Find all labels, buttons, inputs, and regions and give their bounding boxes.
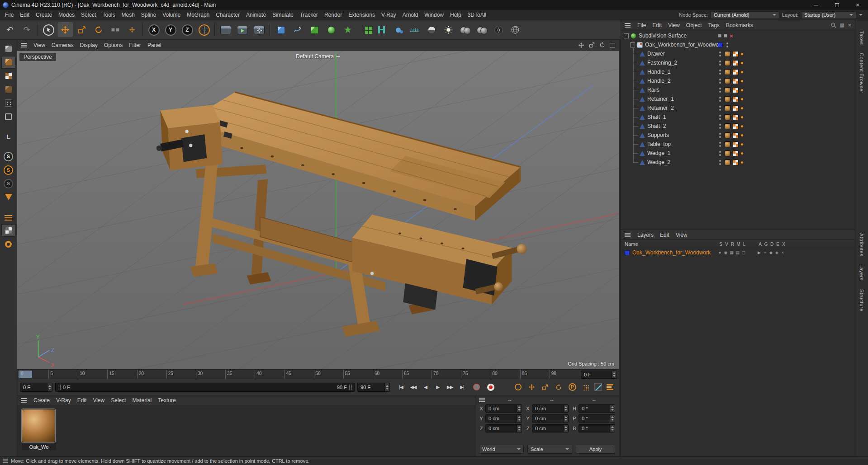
uvw-tag-icon[interactable] [733, 150, 739, 156]
menu-item[interactable]: Spline [138, 12, 159, 18]
paint-tool-button[interactable] [1, 191, 16, 203]
stepper-icon[interactable] [384, 383, 389, 391]
tree-row-object[interactable]: Retainer_2 [621, 103, 855, 113]
tree-row-object[interactable]: Handle_1 [621, 67, 855, 76]
transport-button[interactable]: ◀ [420, 382, 431, 392]
uvw-tag-icon[interactable] [733, 87, 739, 93]
visibility-toggle[interactable] [718, 34, 721, 38]
texture-mode-button[interactable] [1, 70, 16, 82]
menu-item[interactable]: Window [421, 12, 447, 18]
material-tag-icon[interactable] [725, 96, 730, 102]
stepper-icon[interactable] [610, 415, 615, 422]
expander-icon[interactable] [624, 33, 629, 38]
deformers-toggle[interactable]: ◆ [768, 250, 774, 255]
phong-tag-icon[interactable] [741, 125, 743, 127]
layers-menu-item[interactable]: View [673, 232, 691, 238]
object-manager-menu-item[interactable]: Edit [649, 22, 665, 28]
visibility-dots[interactable] [718, 88, 722, 93]
asset-browser-button[interactable] [474, 22, 490, 38]
phong-tag-icon[interactable] [741, 53, 743, 55]
menu-item[interactable]: Tracker [297, 12, 321, 18]
keyframe-pencil-icon[interactable] [594, 383, 602, 391]
visibility-dots[interactable] [718, 79, 722, 84]
expander-icon[interactable] [630, 42, 635, 47]
snap-mode-button[interactable]: S [1, 164, 16, 176]
menu-item[interactable]: Select [78, 12, 99, 18]
phong-tag-icon[interactable] [741, 80, 743, 82]
tree-row-object[interactable]: Drawer [621, 49, 855, 58]
uvw-tag-icon[interactable] [733, 78, 739, 84]
material-menu-item[interactable]: Edit [74, 397, 90, 404]
last-tool-button[interactable] [124, 22, 140, 38]
node-space-select[interactable]: Current (Arnold) [711, 11, 779, 19]
position-z-field[interactable]: 0 cm [485, 424, 522, 432]
zoom-view-icon[interactable] [589, 42, 595, 48]
redo-button[interactable]: ↷ [19, 22, 35, 38]
phong-tag-icon[interactable] [741, 152, 743, 155]
material-tag-icon[interactable] [725, 51, 730, 57]
expressions-toggle[interactable]: ◈ [774, 250, 780, 255]
record-position-button[interactable] [526, 382, 537, 393]
stepper-icon[interactable] [517, 405, 522, 412]
visibility-dots[interactable] [718, 151, 722, 156]
stepper-icon[interactable] [563, 405, 568, 412]
x-axis-lock-button[interactable]: X [146, 22, 162, 38]
material-tag-icon[interactable] [725, 78, 730, 84]
viewport-menu-item[interactable]: Options [101, 42, 126, 48]
menu-item[interactable]: Render [321, 12, 345, 18]
viewport-menu-item[interactable]: Cameras [48, 42, 77, 48]
size-z-field[interactable]: 0 cm [532, 424, 569, 432]
layout-select[interactable]: Startup (User) [801, 11, 856, 19]
material-menu-item[interactable]: View [90, 397, 108, 404]
uvw-tag-icon[interactable] [733, 60, 739, 66]
position-y-field[interactable]: 0 cm [485, 414, 522, 423]
menu-item[interactable]: Animate [243, 12, 269, 18]
visibility-dots[interactable] [725, 42, 730, 47]
transport-button[interactable]: ▶| [456, 382, 468, 392]
side-tab[interactable]: Layers [859, 260, 864, 285]
uvw-tag-icon[interactable] [733, 96, 739, 102]
undo-button[interactable]: ↶ [2, 22, 18, 38]
record-scene-button[interactable] [470, 382, 482, 393]
viewport-menu-item[interactable]: Display [76, 42, 100, 48]
menu-item[interactable]: Character [213, 12, 243, 18]
material-thumbnail[interactable] [22, 409, 55, 442]
phong-tag-icon[interactable] [741, 161, 743, 164]
pan-view-icon[interactable] [578, 42, 584, 48]
stepper-icon[interactable] [612, 371, 617, 378]
phong-tag-icon[interactable] [741, 116, 743, 118]
tree-row-object[interactable]: Retainer_1 [621, 94, 855, 103]
tree-row-workbench[interactable]: Oak_Workbench_for_Woodwork [621, 40, 855, 49]
material-menu-item[interactable]: Select [108, 397, 129, 404]
viewport-menu-item[interactable]: Panel [144, 42, 165, 48]
rotation-b-field[interactable]: 0 ° [579, 424, 615, 432]
subdivision-surface-button[interactable] [306, 22, 323, 38]
uvw-tag-icon[interactable] [733, 51, 739, 57]
menu-item[interactable]: Arnold [399, 12, 422, 18]
menu-item[interactable]: Mesh [118, 12, 138, 18]
stepper-icon[interactable] [517, 415, 522, 422]
phong-tag-icon[interactable] [741, 134, 743, 136]
close-button[interactable]: × [847, 0, 868, 10]
autokey-button[interactable] [512, 382, 524, 393]
visibility-dots[interactable] [718, 97, 722, 102]
menu-item[interactable]: V-Ray [378, 12, 399, 18]
transport-button[interactable]: ◀◀ [408, 382, 419, 392]
deformer-button[interactable] [373, 22, 389, 38]
xref-toggle[interactable]: × [780, 250, 786, 255]
mograph-button[interactable] [340, 22, 356, 38]
menu-item[interactable]: Extensions [345, 12, 378, 18]
points-mode-button[interactable] [1, 97, 16, 109]
light-button[interactable] [440, 22, 456, 38]
material-tag-icon[interactable] [725, 87, 730, 93]
record-pla-button[interactable] [580, 382, 592, 393]
position-x-field[interactable]: 0 cm [485, 404, 522, 413]
snap-settings-button[interactable]: S [1, 177, 16, 190]
visibility-dots[interactable] [718, 61, 722, 66]
model-mode-button[interactable] [1, 56, 16, 69]
visibility-dots[interactable] [718, 133, 722, 138]
z-axis-lock-button[interactable]: Z [179, 22, 195, 38]
visibility-dots[interactable] [718, 106, 722, 111]
scale-tool-button[interactable] [74, 22, 90, 38]
size-x-field[interactable]: 0 cm [532, 404, 569, 413]
